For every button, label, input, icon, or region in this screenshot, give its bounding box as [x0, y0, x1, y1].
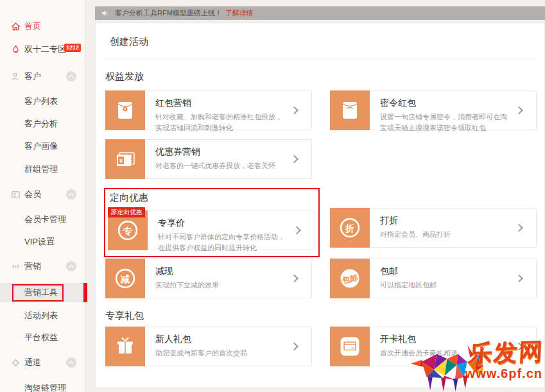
original-targeted-ribbon: 原定向优惠: [108, 207, 145, 217]
sidebar-item-activity-list[interactable]: 活动列表: [0, 308, 85, 323]
card-desc: 首次开通会员卡豪礼相送: [380, 348, 512, 359]
chevron-right-icon: [515, 275, 523, 283]
collapse-toggle-icon[interactable]: [66, 261, 76, 271]
user-icon: [11, 72, 21, 81]
sidebar-item-label: 首页: [24, 21, 41, 32]
card-red-envelope-marketing[interactable]: 红包营销 针对收藏、加购和老客的精准红包投放，实现店铺回流和刺激转化: [105, 90, 312, 130]
card-title: 开卡礼包: [380, 334, 512, 345]
chevron-right-icon: [290, 275, 298, 283]
card-title: 红包营销: [155, 98, 288, 109]
card-free-shipping[interactable]: 包邮 包邮 可以指定地区包邮: [330, 259, 537, 298]
svg-text:折: 折: [345, 223, 355, 234]
announcement-bar: 客户分析工具RFM模型重磅上线！ 了解详情: [95, 6, 545, 20]
broadcast-icon: [11, 262, 21, 271]
sidebar-item-label: 营销工具: [24, 287, 58, 298]
home-icon: [11, 22, 21, 31]
sidebar-item-double12[interactable]: 双十二专区 1212: [0, 42, 85, 57]
card-title: 打折: [380, 215, 512, 226]
flame-icon: [11, 45, 21, 55]
card-cash-reduction[interactable]: 减 减现 实现拍下立减的效果: [105, 259, 312, 298]
sidebar-item-customer-portrait[interactable]: 客户画像: [0, 139, 85, 154]
sidebar-item-label: 客户: [24, 71, 41, 82]
card-title: 密令红包: [380, 98, 512, 109]
discount-icon: 折: [330, 208, 370, 248]
sidebar-item-label: 通道: [24, 357, 41, 368]
cash-minus-icon: 减: [105, 259, 145, 298]
card-open-card-gift[interactable]: 开卡礼包 首次开通会员卡豪礼相送: [330, 327, 537, 366]
section-heading-gift-packs: 专享礼包: [105, 310, 144, 322]
member-card-icon: [11, 190, 21, 200]
card-desc: 助您促成与新客户的首次交易: [155, 348, 288, 359]
chevron-right-icon: [290, 155, 298, 164]
sidebar-item-label: 淘短链管理: [24, 382, 66, 392]
card-title: 优惠券营销: [155, 146, 288, 158]
sidebar-group-channel[interactable]: 通道: [0, 355, 85, 370]
svg-text:专: 专: [123, 226, 133, 236]
card-desc: 对指定会员、商品打折: [380, 229, 512, 240]
sidebar-item-member-card-management[interactable]: 会员卡管理: [0, 212, 85, 227]
sidebar-item-label: 客户列表: [24, 96, 58, 107]
sidebar-item-label: 客户分析: [24, 118, 58, 130]
sidebar-item-vip-settings[interactable]: VIP设置: [0, 234, 85, 250]
diamond-icon: [11, 358, 21, 368]
card-desc: 针对不同客户群体的定向专享价格活动，在提供客户权益的同时提升转化: [158, 232, 290, 253]
card-discount[interactable]: 折 打折 对指定会员、商品打折: [330, 208, 537, 248]
card-desc: 可以指定地区包邮: [380, 280, 512, 291]
sidebar-item-label: 客户画像: [24, 141, 58, 152]
card-title: 包邮: [380, 266, 512, 277]
card-password-red-envelope[interactable]: 密令红包 设置一句店铺专属密令，消费者即可在淘宝或天猫主搜搜索该密令领取红包: [330, 90, 537, 130]
collapse-toggle-icon[interactable]: [66, 357, 76, 368]
svg-text:¥: ¥: [119, 158, 123, 164]
card-desc: 针对收藏、加购和老客的精准红包投放，实现店铺回流和刺激转化: [155, 112, 288, 133]
sidebar-item-group-management[interactable]: 群组管理: [0, 162, 85, 177]
main-panel: 创建活动 权益发放 红包营销 针对收藏、加购和老客的精准红包投放，实现店铺回流和…: [95, 22, 545, 388]
coupon-icon: ¥: [105, 139, 145, 179]
section-heading-targeted: 定向优惠: [110, 192, 148, 204]
card-desc: 对老客的一键式优惠券投放，老客关怀: [155, 160, 288, 171]
section-heading-benefits: 权益发放: [105, 71, 144, 83]
sidebar-item-customer-analysis[interactable]: 客户分析: [0, 116, 85, 132]
chevron-right-icon: [515, 224, 523, 232]
page-title: 创建活动: [110, 36, 148, 48]
sidebar-item-platform-benefits[interactable]: 平台权益: [0, 330, 85, 345]
red-envelope-icon: [105, 90, 145, 130]
gift-icon: [105, 327, 145, 366]
sidebar-item-label: 营销: [24, 260, 41, 272]
sidebar-item-short-link[interactable]: 淘短链管理: [0, 380, 85, 392]
sidebar-item-label: 群组管理: [24, 164, 58, 175]
announcement-link[interactable]: 了解详情: [225, 8, 254, 18]
card-title: 新人礼包: [155, 334, 288, 345]
announcement-text: 客户分析工具RFM模型重磅上线！: [115, 8, 222, 18]
sidebar-item-home[interactable]: 首页: [0, 19, 85, 34]
card-newcomer-gift[interactable]: 新人礼包 助您促成与新客户的首次交易: [105, 327, 312, 366]
free-shipping-icon: 包邮: [330, 259, 370, 298]
sidebar-group-marketing[interactable]: 营销: [0, 259, 85, 274]
password-envelope-icon: [330, 90, 370, 130]
chevron-right-icon: [290, 107, 298, 115]
chevron-right-icon: [515, 107, 523, 115]
card-coupon-marketing[interactable]: ¥ 优惠券营销 对老客的一键式优惠券投放，老客关怀: [105, 139, 312, 179]
sidebar-item-label: 会员卡管理: [24, 214, 66, 225]
sidebar-item-label: 活动列表: [24, 310, 58, 321]
sidebar-item-label: VIP设置: [24, 236, 55, 248]
card-title: 专享价: [158, 217, 290, 229]
sidebar-group-customer[interactable]: 客户: [0, 69, 85, 84]
sidebar-item-label: 平台权益: [24, 332, 58, 343]
chevron-right-icon: [515, 343, 523, 351]
sidebar-item-marketing-tools[interactable]: 营销工具: [0, 285, 85, 300]
collapse-toggle-icon[interactable]: [66, 71, 76, 81]
collapse-toggle-icon[interactable]: [66, 189, 76, 200]
sidebar-group-member[interactable]: 会员: [0, 187, 85, 202]
divider: [105, 59, 536, 60]
double12-badge: 1212: [64, 44, 81, 52]
card-desc: 设置一句店铺专属密令，消费者即可在淘宝或天猫主搜搜索该密令领取红包: [380, 112, 512, 133]
sidebar-item-customer-list[interactable]: 客户列表: [0, 94, 85, 109]
speaker-icon: [101, 9, 109, 17]
chevron-right-icon: [293, 226, 301, 235]
card-desc: 实现拍下立减的效果: [155, 280, 288, 291]
open-card-icon: [330, 327, 370, 366]
sidebar-item-label: 双十二专区: [24, 44, 66, 55]
sidebar: 首页 双十二专区 1212 客户 客户列表 客户分析 客户画像 群组管理 会员 …: [0, 0, 85, 392]
svg-text:减: 减: [121, 274, 130, 284]
card-title: 减现: [155, 266, 288, 277]
